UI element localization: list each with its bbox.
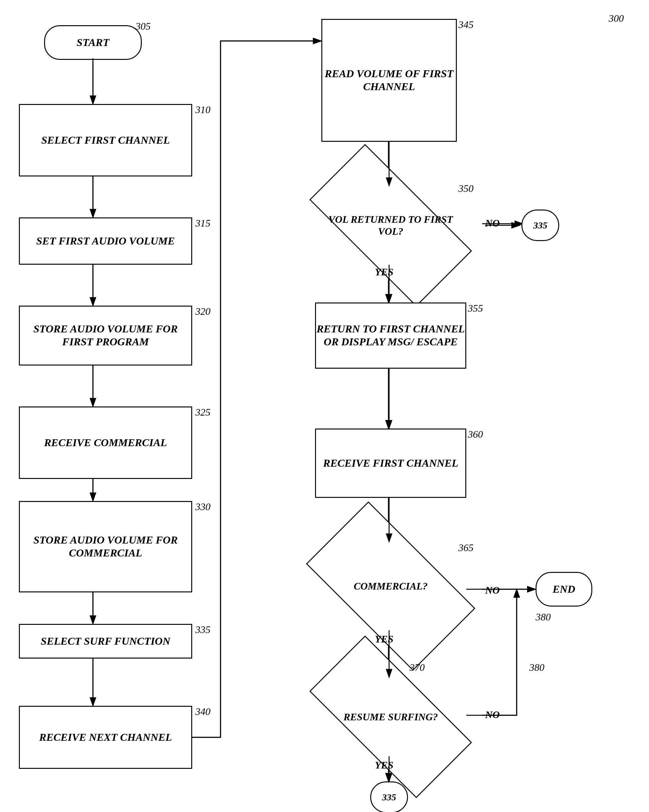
- vol-returned-yes-label: YES: [375, 266, 394, 278]
- select-first-channel-label: SELECT FIRST CHANNEL: [41, 134, 170, 147]
- flowchart-diagram: 300: [0, 0, 649, 812]
- receive-first-channel-box: RECEIVE FIRST CHANNEL: [315, 429, 466, 498]
- start-label: START: [76, 37, 109, 49]
- ref-300: 300: [609, 12, 624, 24]
- commercial-text: COMMERCIAL?: [354, 580, 428, 592]
- set-first-audio-volume-box: SET FIRST AUDIO VOLUME: [19, 217, 192, 265]
- connector-335-bottom-label: 335: [382, 792, 396, 803]
- ref-310: 310: [195, 104, 211, 116]
- read-volume-first-channel-box: READ VOLUME OF FIRST CHANNEL: [321, 19, 457, 142]
- select-surf-function-label: SELECT SURF FUNCTION: [41, 635, 170, 648]
- ref-325: 325: [195, 406, 211, 418]
- commercial-diamond: COMMERCIAL?: [315, 542, 466, 630]
- ref-315: 315: [195, 217, 211, 229]
- resume-yes-label: YES: [375, 759, 394, 771]
- return-first-channel-box: RETURN TO FIRST CHANNEL OR DISPLAY MSG/ …: [315, 302, 466, 369]
- receive-next-channel-box: RECEIVE NEXT CHANNEL: [19, 706, 192, 769]
- return-first-channel-label: RETURN TO FIRST CHANNEL OR DISPLAY MSG/ …: [316, 323, 465, 348]
- commercial-yes-label: YES: [375, 633, 394, 645]
- start-terminal: START: [44, 25, 142, 60]
- store-audio-volume-first-program-box: STORE AUDIO VOLUME FOR FIRST PROGRAM: [19, 306, 192, 365]
- ref-350: 350: [458, 183, 473, 194]
- ref-355: 355: [468, 302, 483, 314]
- vol-returned-diamond: VOL RETURNED TO FIRST VOL?: [315, 186, 466, 265]
- receive-commercial-label: RECEIVE COMMERCIAL: [44, 437, 167, 449]
- receive-next-channel-label: RECEIVE NEXT CHANNEL: [39, 731, 172, 744]
- ref-330: 330: [195, 501, 211, 513]
- connector-335-right: 335: [521, 209, 559, 241]
- connector-335-bottom: 335: [370, 781, 408, 812]
- ref-365: 365: [458, 542, 473, 554]
- ref-340: 340: [195, 706, 211, 717]
- ref-380: 380: [536, 611, 551, 623]
- resume-surfing-diamond: RESUME SURFING?: [315, 678, 466, 756]
- ref-380b: 380: [529, 662, 544, 673]
- end-label: END: [553, 583, 575, 595]
- connector-335-right-label: 335: [533, 220, 548, 230]
- vol-returned-no-label: NO: [485, 217, 500, 229]
- select-first-channel-box: SELECT FIRST CHANNEL: [19, 104, 192, 177]
- store-audio-volume-commercial-box: STORE AUDIO VOLUME FOR COMMERCIAL: [19, 501, 192, 592]
- commercial-no-label: NO: [485, 585, 500, 596]
- vol-returned-text: VOL RETURNED TO FIRST VOL?: [315, 213, 466, 238]
- receive-first-channel-label: RECEIVE FIRST CHANNEL: [323, 457, 458, 470]
- store-audio-volume-commercial-label: STORE AUDIO VOLUME FOR COMMERCIAL: [20, 534, 191, 560]
- select-surf-function-box: SELECT SURF FUNCTION: [19, 624, 192, 659]
- resume-surfing-text: RESUME SURFING?: [344, 711, 438, 723]
- ref-335: 335: [195, 624, 211, 635]
- ref-345: 345: [458, 19, 473, 31]
- ref-360: 360: [468, 429, 483, 440]
- store-audio-volume-first-program-label: STORE AUDIO VOLUME FOR FIRST PROGRAM: [20, 323, 191, 348]
- ref-370: 370: [409, 662, 425, 673]
- ref-320: 320: [195, 306, 211, 317]
- read-volume-first-channel-label: READ VOLUME OF FIRST CHANNEL: [322, 67, 456, 93]
- resume-no-label: NO: [485, 709, 500, 720]
- end-terminal: END: [536, 572, 592, 607]
- set-first-audio-volume-label: SET FIRST AUDIO VOLUME: [36, 235, 175, 248]
- receive-commercial-box: RECEIVE COMMERCIAL: [19, 406, 192, 479]
- ref-305: 305: [136, 20, 151, 32]
